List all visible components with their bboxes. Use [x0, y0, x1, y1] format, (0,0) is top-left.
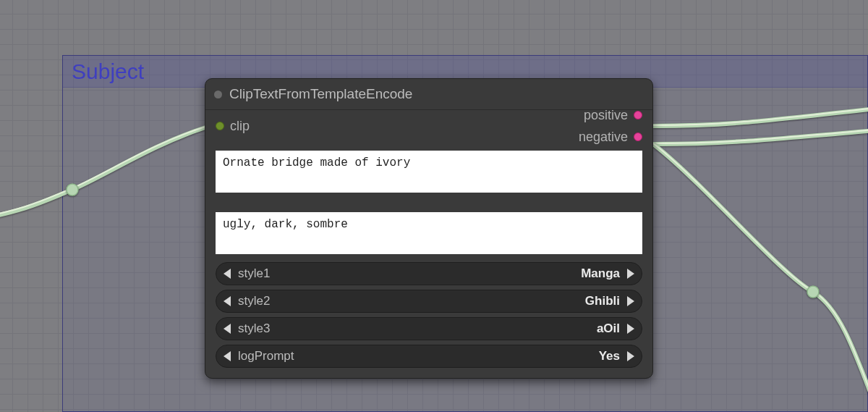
output-port-negative[interactable]	[634, 133, 642, 141]
selector-style1[interactable]: style1 Manga	[216, 262, 642, 285]
selector-value: aOil	[597, 321, 620, 336]
selector-label: logPrompt	[238, 349, 294, 363]
selector-label: style1	[238, 266, 270, 281]
selector-logprompt[interactable]: logPrompt Yes	[216, 345, 642, 368]
node-clip-text-from-template-encode[interactable]: ClipTextFromTemplateEncode clip positive…	[205, 78, 653, 379]
node-body: style1 Manga style2 Ghibli style3 aOil l…	[205, 145, 652, 378]
output-port-label-positive: positive	[584, 108, 628, 123]
output-port-label-negative: negative	[579, 130, 628, 145]
selector-style3[interactable]: style3 aOil	[216, 317, 642, 340]
chevron-left-icon[interactable]	[224, 351, 231, 361]
node-ports: clip positive negative	[205, 110, 652, 145]
group-title: Subject	[72, 59, 144, 84]
node-title: ClipTextFromTemplateEncode	[229, 86, 412, 102]
selector-value: Yes	[599, 349, 620, 363]
chevron-left-icon[interactable]	[224, 324, 231, 334]
input-port-clip[interactable]	[216, 122, 224, 130]
selector-value: Ghibli	[585, 294, 620, 308]
selector-label: style2	[238, 294, 270, 308]
chevron-left-icon[interactable]	[224, 296, 231, 306]
chevron-right-icon[interactable]	[627, 296, 634, 306]
chevron-left-icon[interactable]	[224, 269, 231, 279]
input-port-label-clip: clip	[230, 119, 250, 134]
chevron-right-icon[interactable]	[627, 324, 634, 334]
positive-prompt-input[interactable]	[216, 151, 642, 193]
selector-style2[interactable]: style2 Ghibli	[216, 290, 642, 313]
output-port-positive[interactable]	[634, 111, 642, 119]
negative-prompt-input[interactable]	[216, 212, 642, 254]
collapse-icon[interactable]	[214, 91, 222, 98]
chevron-right-icon[interactable]	[627, 351, 634, 361]
selector-value: Manga	[581, 266, 620, 281]
selector-label: style3	[238, 321, 270, 336]
chevron-right-icon[interactable]	[627, 269, 634, 279]
